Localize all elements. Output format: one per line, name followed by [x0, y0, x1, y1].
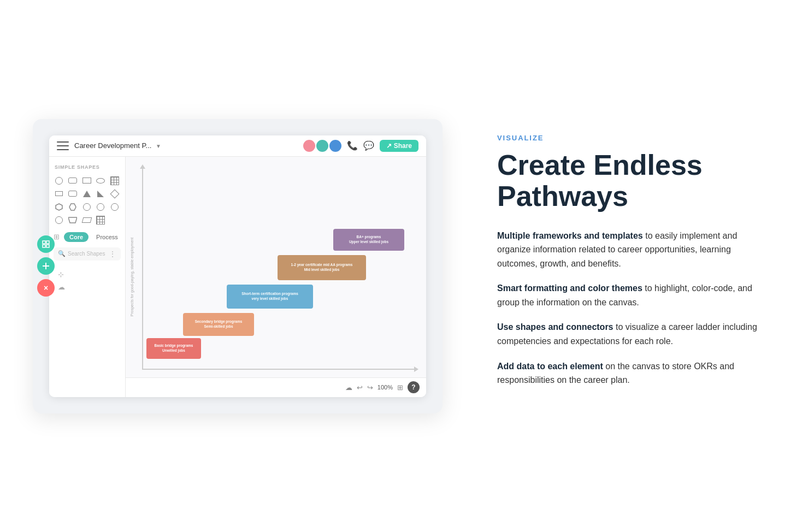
career-box-basic[interactable]: Basic bridge programsUnwilled jobs: [146, 338, 201, 359]
career-box-ba[interactable]: BA+ programsUpper level skilled jobs: [333, 229, 404, 251]
cloud-sync-icon: ☁: [345, 383, 352, 392]
svg-marker-1: [69, 204, 76, 210]
title-dropdown-arrow[interactable]: ▼: [156, 143, 161, 149]
shape-rounded-rect[interactable]: [67, 175, 78, 186]
toolbar-title: Career Development P... ▼: [74, 141, 298, 150]
section-label: VISUALIZE: [497, 134, 764, 142]
search-icon: 🔍: [58, 250, 66, 257]
float-button-2[interactable]: [37, 257, 55, 275]
tab-core[interactable]: Core: [64, 232, 89, 242]
sidebar-bottom-icons: ⊹ ☁: [49, 268, 125, 293]
feature-2-bold: Smart formatting and color themes: [497, 283, 642, 293]
share-label: Share: [394, 142, 412, 150]
canvas-bottom-bar: ☁ ↩ ↪ 100% ⊞ ?: [126, 377, 426, 397]
shapes-sidebar: SIMPLE SHAPES: [49, 157, 126, 397]
toolbar-title-text: Career Development P...: [74, 141, 151, 150]
svg-rect-5: [46, 245, 49, 247]
svg-rect-3: [46, 241, 49, 244]
svg-marker-0: [56, 204, 62, 210]
shape-trapezoid[interactable]: [67, 215, 78, 226]
avatar-3: [329, 140, 341, 152]
shape-oval[interactable]: [95, 175, 106, 186]
share-button[interactable]: ↗ Share: [380, 140, 418, 152]
shape-triangle[interactable]: [81, 188, 92, 199]
app-window-wrapper: Career Development P... ▼ 📞 💬 ↗ Share: [49, 135, 426, 397]
feature-1: Multiple frameworks and templates to eas…: [497, 229, 764, 271]
y-axis: [142, 168, 143, 370]
shape-diamond[interactable]: [109, 188, 120, 199]
shape-hexagon2[interactable]: [67, 202, 78, 212]
floating-left-buttons: ×: [37, 235, 55, 297]
x-axis: [142, 369, 415, 370]
career-box-certificate[interactable]: 1-2 year certificate mid AA programsMid …: [278, 255, 366, 280]
shapes-grid-row1: [49, 173, 125, 228]
shape-circle[interactable]: [54, 175, 64, 186]
app-toolbar: Career Development P... ▼ 📞 💬 ↗ Share: [49, 135, 426, 157]
main-title-line2: Pathways: [497, 180, 628, 212]
feature-4-bold: Add data to each element: [497, 362, 603, 371]
app-screenshot: Career Development P... ▼ 📞 💬 ↗ Share: [33, 119, 443, 413]
svg-rect-4: [43, 245, 45, 247]
app-body: SIMPLE SHAPES: [49, 157, 426, 397]
svg-rect-2: [43, 241, 45, 244]
app-window: Career Development P... ▼ 📞 💬 ↗ Share: [49, 135, 426, 397]
y-axis-label: Prospects for good-paying, stable employ…: [130, 237, 134, 316]
career-box-shortterm[interactable]: Short-term certification programsvery le…: [227, 285, 313, 309]
grid-toggle-icon[interactable]: ⊞: [397, 383, 403, 392]
avatar-2: [316, 140, 328, 152]
toolbar-avatars: [303, 140, 341, 152]
career-box-secondary[interactable]: Secondary bridge programsSemi-skilled jo…: [183, 313, 254, 336]
text-content: VISUALIZE Create Endless Pathways Multip…: [475, 123, 775, 409]
phone-icon[interactable]: 📞: [347, 140, 358, 151]
shape-right-triangle[interactable]: [95, 188, 106, 199]
shape-circle2[interactable]: [81, 202, 92, 212]
sidebar-tabs: Core Process: [64, 232, 123, 242]
sidebar-section-label: SIMPLE SHAPES: [49, 162, 125, 171]
feature-3-bold: Use shapes and connectors: [497, 322, 614, 332]
shape-grid[interactable]: [109, 175, 120, 186]
tab-process[interactable]: Process: [91, 232, 123, 242]
float-button-1[interactable]: [37, 235, 55, 253]
shape-rect[interactable]: [81, 175, 92, 186]
menu-icon[interactable]: [57, 141, 69, 150]
chat-icon[interactable]: 💬: [363, 140, 374, 151]
search-shapes-bar[interactable]: 🔍 Search Shapes ⋮: [54, 247, 121, 261]
search-placeholder: Search Shapes: [68, 251, 105, 257]
shape-hexagon1[interactable]: [54, 202, 64, 212]
main-title-line1: Create Endless: [497, 149, 703, 181]
close-button[interactable]: ×: [37, 279, 55, 297]
sidebar-icon-row: ⊞ Core Process +: [49, 230, 125, 244]
share-icon: ↗: [386, 142, 392, 150]
feature-1-bold: Multiple frameworks and templates: [497, 231, 643, 240]
more-options-icon[interactable]: ⋮: [109, 250, 116, 258]
shape-circle3[interactable]: [95, 202, 106, 212]
shape-circle4[interactable]: [109, 202, 120, 212]
avatar-1: [303, 140, 315, 152]
shape-small-rect[interactable]: [54, 188, 64, 199]
redo-icon[interactable]: ↪: [367, 383, 373, 392]
feature-3: Use shapes and connectors to visualize a…: [497, 320, 764, 348]
shape-parallelogram[interactable]: [81, 215, 92, 226]
shapes-icon[interactable]: ⊹: [58, 270, 116, 279]
zoom-level: 100%: [378, 384, 393, 391]
undo-icon[interactable]: ↩: [357, 383, 363, 392]
shape-circle5[interactable]: [54, 215, 64, 226]
canvas-area[interactable]: Prospects for good-paying, stable employ…: [126, 157, 426, 397]
cloud-icon[interactable]: ☁: [58, 283, 116, 291]
help-button[interactable]: ?: [408, 381, 420, 393]
shape-rounded-rect2[interactable]: [67, 188, 78, 199]
feature-2: Smart formatting and color themes to hig…: [497, 281, 764, 309]
shape-grid2[interactable]: [95, 215, 106, 226]
feature-4: Add data to each element on the canvas t…: [497, 359, 764, 387]
main-title: Create Endless Pathways: [497, 150, 764, 212]
